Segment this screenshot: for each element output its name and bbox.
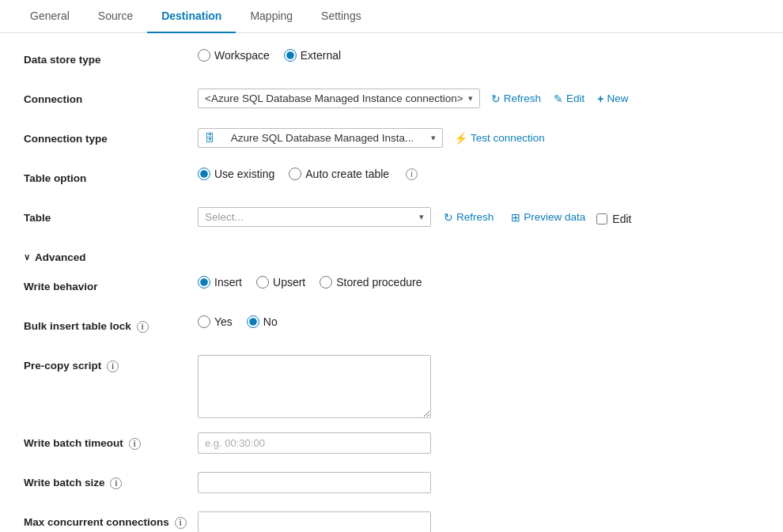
table-option-control: Use existing Auto create table i: [198, 168, 759, 180]
tab-bar: General Source Destination Mapping Setti…: [0, 0, 783, 33]
table-select-dropdown[interactable]: Select... ▾: [198, 207, 431, 227]
table-edit-checkbox-label: Edit: [612, 213, 631, 225]
connection-refresh-button[interactable]: ↻ Refresh: [486, 89, 546, 108]
max-concurrent-connections-label: Max concurrent connections i: [24, 511, 198, 529]
preview-data-icon: ⊞: [511, 211, 520, 224]
connection-type-dropdown[interactable]: 🗄 Azure SQL Database Managed Insta... ▾: [198, 128, 443, 148]
pre-copy-script-row: Pre-copy script i: [24, 355, 759, 418]
write-behavior-control: Insert Upsert Stored procedure: [198, 276, 759, 289]
connection-new-button[interactable]: + New: [592, 89, 633, 108]
connection-type-value: Azure SQL Database Managed Insta...: [231, 132, 414, 144]
write-behavior-label: Write behavior: [24, 276, 198, 292]
connection-refresh-label: Refresh: [504, 92, 541, 104]
write-behavior-radio-group: Insert Upsert Stored procedure: [198, 276, 422, 289]
table-control: Select... ▾ ↻ Refresh ⊞ Preview data Edi…: [198, 207, 759, 227]
test-connection-button[interactable]: ⚡ Test connection: [449, 129, 550, 148]
connection-edit-button[interactable]: ✎ Edit: [549, 89, 589, 108]
radio-workspace-input[interactable]: [198, 49, 210, 62]
table-edit-checkbox[interactable]: [596, 213, 607, 224]
connection-control: <Azure SQL Database Managed Instance con…: [198, 89, 759, 108]
radio-yes-label: Yes: [214, 315, 233, 328]
radio-use-existing[interactable]: Use existing: [198, 168, 274, 180]
bulk-insert-row: Bulk insert table lock i Yes No: [24, 315, 759, 341]
radio-upsert-input[interactable]: [256, 276, 269, 289]
pre-copy-info-icon: i: [107, 360, 119, 372]
tab-general[interactable]: General: [16, 0, 84, 33]
write-batch-timeout-control: [198, 432, 759, 454]
connection-type-icon: 🗄: [205, 132, 215, 144]
plus-icon: +: [597, 92, 603, 105]
radio-insert[interactable]: Insert: [198, 276, 242, 289]
radio-use-existing-input[interactable]: [198, 168, 210, 180]
connection-type-row: Connection type 🗄 Azure SQL Database Man…: [24, 128, 759, 153]
radio-stored-procedure-label: Stored procedure: [336, 276, 422, 289]
radio-yes-input[interactable]: [198, 315, 210, 328]
data-store-type-row: Data store type Workspace External: [24, 49, 759, 74]
test-connection-icon: ⚡: [454, 132, 467, 145]
write-batch-size-row: Write batch size i: [24, 472, 759, 497]
data-store-type-label: Data store type: [24, 49, 198, 66]
radio-no[interactable]: No: [247, 315, 278, 328]
bulk-insert-control: Yes No: [198, 315, 759, 328]
radio-workspace-label: Workspace: [214, 49, 270, 62]
tab-destination[interactable]: Destination: [147, 0, 236, 33]
radio-external[interactable]: External: [284, 49, 341, 62]
preview-data-button[interactable]: ⊞ Preview data: [506, 208, 590, 227]
table-select-chevron: ▾: [419, 212, 424, 222]
connection-edit-label: Edit: [566, 92, 584, 104]
connection-type-chevron: ▾: [431, 133, 436, 143]
radio-insert-label: Insert: [214, 276, 242, 289]
connection-type-control: 🗄 Azure SQL Database Managed Insta... ▾ …: [198, 128, 759, 148]
connection-dropdown[interactable]: <Azure SQL Database Managed Instance con…: [198, 89, 480, 108]
tab-source[interactable]: Source: [84, 0, 147, 33]
radio-no-input[interactable]: [247, 315, 259, 328]
radio-insert-input[interactable]: [198, 276, 210, 289]
write-batch-timeout-row: Write batch timeout i: [24, 432, 759, 458]
write-batch-size-control: [198, 472, 759, 493]
radio-workspace[interactable]: Workspace: [198, 49, 270, 62]
max-concurrent-connections-input[interactable]: [198, 511, 431, 532]
write-batch-size-input[interactable]: [198, 472, 431, 493]
connection-row: Connection <Azure SQL Database Managed I…: [24, 89, 759, 114]
radio-external-input[interactable]: [284, 49, 297, 62]
table-refresh-icon: ↻: [444, 211, 453, 224]
advanced-label: Advanced: [35, 251, 86, 263]
max-concurrent-connections-row: Max concurrent connections i: [24, 511, 759, 532]
table-refresh-button[interactable]: ↻ Refresh: [439, 208, 498, 227]
data-store-type-radio-group: Workspace External: [198, 49, 341, 62]
bulk-insert-radio-group: Yes No: [198, 315, 278, 328]
table-label: Table: [24, 207, 198, 224]
table-option-radio-group: Use existing Auto create table i: [198, 168, 418, 180]
radio-upsert-label: Upsert: [273, 276, 305, 289]
connection-type-label: Connection type: [24, 128, 198, 145]
tab-mapping[interactable]: Mapping: [236, 0, 307, 33]
table-option-info-icon: i: [406, 168, 418, 180]
edit-check-row: Edit: [596, 213, 631, 225]
radio-yes[interactable]: Yes: [198, 315, 233, 328]
table-refresh-label: Refresh: [456, 211, 494, 223]
edit-icon: ✎: [554, 92, 563, 105]
max-concurrent-connections-control: [198, 511, 759, 532]
connection-new-label: New: [607, 92, 628, 104]
radio-auto-create[interactable]: Auto create table: [289, 168, 389, 180]
radio-stored-procedure[interactable]: Stored procedure: [320, 276, 422, 289]
write-batch-size-info-icon: i: [110, 477, 122, 489]
radio-auto-create-input[interactable]: [289, 168, 301, 180]
tab-settings[interactable]: Settings: [307, 0, 376, 33]
form-body: Data store type Workspace External Conne…: [0, 33, 783, 532]
radio-use-existing-label: Use existing: [214, 168, 274, 180]
write-batch-timeout-input[interactable]: [198, 432, 431, 454]
write-batch-timeout-label: Write batch timeout i: [24, 432, 198, 450]
write-batch-size-label: Write batch size i: [24, 472, 198, 489]
radio-upsert[interactable]: Upsert: [256, 276, 305, 289]
pre-copy-script-textarea[interactable]: [198, 355, 431, 418]
pre-copy-script-control: [198, 355, 759, 418]
write-behavior-row: Write behavior Insert Upsert Stored proc…: [24, 276, 759, 301]
advanced-toggle[interactable]: ∨ Advanced: [24, 247, 759, 268]
radio-stored-procedure-input[interactable]: [320, 276, 332, 289]
table-row: Table Select... ▾ ↻ Refresh ⊞ Preview da…: [24, 207, 759, 232]
advanced-chevron-icon: ∨: [24, 252, 30, 262]
radio-external-label: External: [301, 49, 341, 62]
preview-data-label: Preview data: [524, 211, 585, 223]
table-select-placeholder: Select...: [205, 211, 244, 223]
